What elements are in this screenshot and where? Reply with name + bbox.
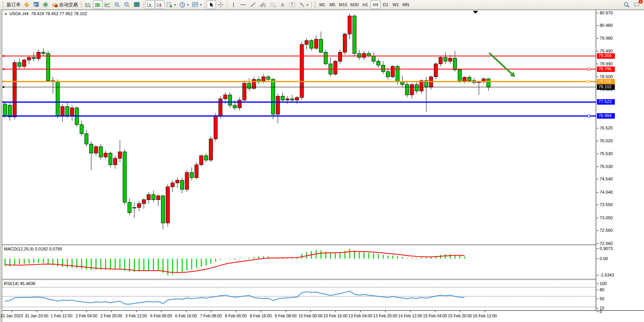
macd-signal-line xyxy=(5,252,465,273)
candle-body xyxy=(171,183,174,187)
notifications-button[interactable]: 1 xyxy=(632,0,642,9)
price-axis[interactable]: 80.97080.48079.98079.49078.99078.50078.0… xyxy=(596,10,644,310)
price-level-label: 76.984 xyxy=(597,113,615,119)
vertical-line-tool-button[interactable] xyxy=(229,0,238,9)
time-axis-tick xyxy=(37,311,37,312)
new-order-button[interactable]: 新订单 xyxy=(5,0,22,9)
text-tool-button[interactable]: A xyxy=(278,0,287,9)
candle-body xyxy=(152,194,155,200)
candle-body xyxy=(348,16,351,34)
candle-body xyxy=(166,187,170,223)
timeframe-m5-button[interactable]: M5 xyxy=(327,0,337,9)
time-axis-tick xyxy=(161,311,161,312)
arrows-tool-button[interactable]: ▾ xyxy=(297,0,310,9)
new-order-label: 新订单 xyxy=(7,2,21,8)
time-axis-tick xyxy=(460,311,460,312)
candle-body xyxy=(468,77,471,81)
candlestick-chart-type-button[interactable] xyxy=(93,0,103,9)
pane-splitter[interactable] xyxy=(2,279,644,280)
candle-body xyxy=(214,116,218,139)
trendline-tool-button[interactable] xyxy=(248,0,258,9)
price-axis-tick: 80.970 xyxy=(600,10,613,15)
candle-body xyxy=(386,72,390,77)
time-axis-tick xyxy=(261,311,261,312)
candle-body xyxy=(147,194,151,200)
indicators-dropdown-caret: ▾ xyxy=(174,3,176,7)
timeframe-h1-button[interactable]: H1 xyxy=(360,0,370,9)
periods-button[interactable]: ▾ xyxy=(177,0,190,9)
autotrading-label: 自动交易 xyxy=(59,2,78,8)
crosshair-icon xyxy=(218,2,224,8)
toolbar-grip[interactable] xyxy=(2,1,4,8)
toolbar-separator xyxy=(227,1,227,9)
navigator-button[interactable] xyxy=(41,0,50,9)
time-axis-tick xyxy=(485,311,485,312)
equidistant-channel-tool-button[interactable]: E xyxy=(258,0,268,9)
chart-shift-button[interactable] xyxy=(155,0,165,9)
macd-label: MACD(12,26,9) 0.0182 0.0795 xyxy=(4,247,62,251)
timeframe-m15-button[interactable]: M15 xyxy=(337,0,349,9)
auto-scroll-button[interactable] xyxy=(145,0,155,9)
zoom-out-button[interactable] xyxy=(122,0,132,9)
time-axis-tick xyxy=(286,311,286,312)
templates-button[interactable]: ▾ xyxy=(190,0,203,9)
candle-body xyxy=(339,52,342,61)
indicators-button[interactable]: ▾ xyxy=(165,0,177,9)
price-level-label: 79.304 xyxy=(597,53,615,59)
pane-splitter[interactable] xyxy=(2,244,644,245)
market-watch-button[interactable] xyxy=(22,0,32,9)
chart-title-row: ▼USOil-,H4 78.424 78.452 77.952 78.102 xyxy=(4,11,87,16)
time-axis-tick xyxy=(61,311,62,312)
toolbar-grip[interactable] xyxy=(314,1,316,8)
time-axis-label: 2 Feb 20:00 xyxy=(100,313,122,318)
horizontal-line-tool-button[interactable] xyxy=(238,0,248,9)
candle-body xyxy=(128,202,131,213)
toolbar-grip[interactable] xyxy=(81,1,82,8)
notification-badge: 1 xyxy=(638,0,643,4)
chart-collapse-icon[interactable]: ▼ xyxy=(4,12,7,16)
candle-body xyxy=(400,82,404,85)
autotrading-button[interactable]: 自动交易 xyxy=(50,0,79,9)
candle-body xyxy=(219,99,222,116)
timeframe-h4-button[interactable]: H4 xyxy=(370,0,381,9)
timeframe-mn-button[interactable]: MN xyxy=(401,0,411,9)
candle-body xyxy=(185,173,189,189)
candle-body xyxy=(281,96,284,100)
chart-shift-icon xyxy=(156,2,163,8)
search-button[interactable] xyxy=(622,0,632,9)
candle-body xyxy=(267,77,270,79)
periods-dropdown-caret: ▾ xyxy=(187,3,189,7)
line-left-anchor xyxy=(3,55,4,57)
price-axis-tick: 73.550 xyxy=(600,202,613,207)
cursor-tool-button[interactable] xyxy=(207,0,216,9)
data-window-button[interactable] xyxy=(32,0,41,9)
price-chart-pane[interactable] xyxy=(2,10,596,244)
bar-chart-type-button[interactable] xyxy=(83,0,93,9)
text-label-tool-button[interactable]: T xyxy=(287,0,297,9)
crosshair-tool-button[interactable] xyxy=(216,0,225,9)
fibonacci-tool-button[interactable]: F xyxy=(268,0,278,9)
time-axis-label: 15 Feb 20:00 xyxy=(448,313,472,318)
candle-body xyxy=(314,39,318,48)
chart-window[interactable]: ▼USOil-,H4 78.424 78.452 77.952 78.102 M… xyxy=(2,10,644,322)
time-axis-label: 13 Feb 04:00 xyxy=(348,313,372,318)
timeframe-w1-button[interactable]: W1 xyxy=(391,0,401,9)
rsi-pane[interactable]: RSI(14) 45.4838 xyxy=(2,280,596,310)
text-tool-icon: A xyxy=(281,2,284,8)
candle-body xyxy=(209,139,212,160)
timeframe-m1-button[interactable]: M1 xyxy=(317,0,327,9)
candle-body xyxy=(137,204,141,208)
zoom-in-button[interactable] xyxy=(112,0,122,9)
time-axis-tick xyxy=(435,311,435,312)
line-chart-type-button[interactable] xyxy=(103,0,112,9)
timeframe-m30-button[interactable]: M30 xyxy=(349,0,360,9)
time-axis-tick xyxy=(211,311,211,312)
tile-windows-button[interactable] xyxy=(132,0,142,9)
time-axis-tick xyxy=(360,311,361,312)
price-axis-tick: 76.520 xyxy=(600,126,613,130)
rsi-axis-tick: 50 xyxy=(600,296,604,301)
timeframe-d1-button[interactable]: D1 xyxy=(381,0,391,9)
macd-pane[interactable]: MACD(12,26,9) 0.0182 0.0795 xyxy=(2,245,596,279)
line-handle xyxy=(588,115,590,117)
time-axis[interactable]: 31 Jan 202331 Jan 20:001 Feb 12:002 Feb … xyxy=(2,310,644,322)
